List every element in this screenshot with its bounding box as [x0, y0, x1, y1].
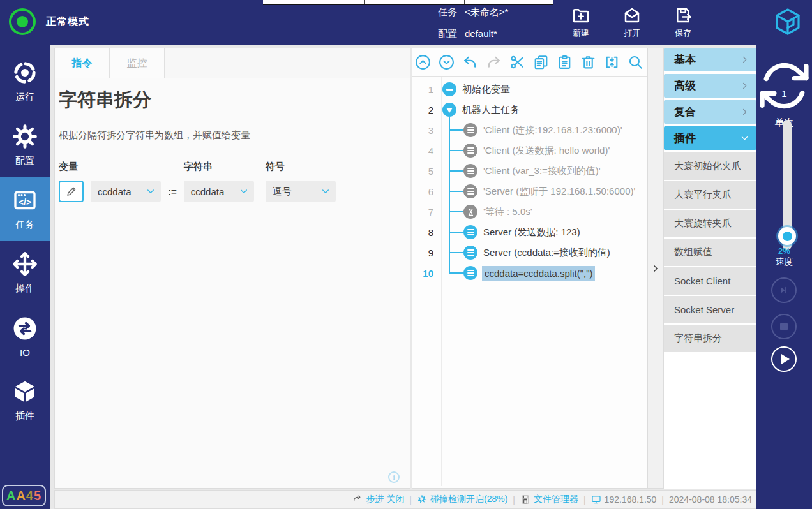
sidebar-item-label: 任务	[15, 219, 34, 231]
string-select[interactable]: ccddata	[184, 181, 254, 202]
node-command-icon[interactable]	[463, 246, 477, 260]
palette-category-compound[interactable]: 复合	[664, 100, 756, 124]
tree-row-text: 'Client (连接:192.168.1.23:6000)'	[483, 124, 622, 136]
play-button[interactable]	[771, 346, 797, 372]
program-tree: 1初始化变量2机器人主任务3'Client (连接:192.168.1.23:6…	[412, 77, 647, 486]
tree-row-6[interactable]: 6'Server (监听于 192.168.1.50:6000)'	[412, 181, 647, 202]
node-command-icon[interactable]	[463, 266, 477, 280]
palette-item-4[interactable]: Socket Client	[664, 267, 756, 295]
symbol-field-label: 符号	[266, 161, 336, 173]
paste-button[interactable]	[556, 54, 573, 71]
expand-panel-handle[interactable]	[647, 48, 664, 489]
mode-indicator: 正常模式	[9, 8, 89, 35]
palette-item-0[interactable]: 大寰初始化夹爪	[664, 152, 756, 180]
undo-button[interactable]	[462, 54, 479, 71]
node-command-icon[interactable]	[463, 144, 477, 158]
node-command-icon[interactable]	[463, 123, 477, 137]
tree-row-8[interactable]: 8Server (发送数据: 123)	[412, 222, 647, 242]
collapse-node-button[interactable]	[603, 54, 620, 71]
topbar-actions: 新建打开保存	[562, 6, 702, 39]
hourglass-icon	[467, 208, 475, 216]
palette-category-basic[interactable]: 基本	[664, 48, 756, 71]
sidebar-item-plugin[interactable]: 插件	[0, 369, 50, 432]
tree-row-text: 初始化变量	[462, 84, 510, 96]
tree-row-2[interactable]: 2机器人主任务	[412, 100, 647, 120]
tree-row-1[interactable]: 1初始化变量	[412, 79, 647, 100]
sidebar-item-operate[interactable]: 操作	[0, 241, 50, 305]
tree-row-5[interactable]: 5'Client (var_3:=接收到的值)'	[412, 161, 647, 181]
tree-row-9[interactable]: 9Server (ccddata:=接收到的值)	[412, 242, 647, 263]
tree-row-7[interactable]: 7'等待 : 5.0s'	[412, 202, 647, 222]
line-number: 2	[412, 105, 441, 115]
save-button[interactable]: 保存	[664, 6, 702, 39]
mode-status-icon	[9, 8, 36, 35]
palette-category-label: 高级	[674, 78, 696, 93]
variable-select[interactable]: ccddata	[91, 181, 161, 202]
tab-instruction[interactable]: 指令	[55, 48, 110, 78]
cut-button[interactable]	[509, 54, 526, 71]
node-command-icon[interactable]	[463, 184, 477, 198]
palette-item-5[interactable]: Socket Server	[664, 296, 756, 323]
panel-tabs: 指令监控	[55, 48, 410, 78]
sidebar-item-io[interactable]: IO	[0, 305, 50, 369]
file-manager-button[interactable]: 文件管理器	[520, 494, 578, 505]
open-button-label: 打开	[624, 27, 640, 39]
palette-item-1[interactable]: 大寰平行夹爪	[664, 181, 756, 209]
tree-row-text: Server (发送数据: 123)	[483, 226, 580, 239]
cube-icon	[12, 379, 38, 404]
open-button[interactable]: 打开	[613, 6, 651, 39]
tree-row-3[interactable]: 3'Client (连接:192.168.1.23:6000)'	[412, 120, 647, 140]
tree-row-4[interactable]: 4'Client (发送数据: hello world)'	[412, 140, 647, 161]
node-expand-icon[interactable]	[442, 103, 456, 117]
command-palette: 基本高级复合插件大寰初始化夹爪大寰平行夹爪大寰旋转夹爪数组赋值Socket Cl…	[664, 48, 756, 489]
datetime: 2024-08-08 18:05:34	[669, 494, 752, 505]
delete-button[interactable]	[580, 54, 597, 71]
string-field-label: 字符串	[184, 161, 254, 173]
info-icon[interactable]: i	[388, 471, 400, 483]
palette-item-3[interactable]: 数组赋值	[664, 239, 756, 266]
node-command-icon[interactable]	[463, 164, 477, 178]
palette-category-plugin[interactable]: 插件	[664, 126, 756, 150]
palette-category-advanced[interactable]: 高级	[664, 74, 756, 98]
stop-button[interactable]	[771, 314, 797, 339]
palette-category-label: 复合	[674, 105, 696, 119]
tree-row-10[interactable]: 10ccddata=ccddata.split(",")	[412, 263, 647, 283]
collapse-all-button[interactable]	[414, 54, 432, 71]
new-button[interactable]: 新建	[562, 6, 600, 39]
sidebar-item-config[interactable]: 配置	[0, 114, 50, 177]
tree-connector	[449, 252, 464, 253]
palette-item-2[interactable]: 大寰旋转夹爪	[664, 210, 756, 237]
badge-letter: A	[16, 489, 26, 503]
loop-mode[interactable]: 1 单次	[756, 58, 812, 129]
copy-button[interactable]	[532, 54, 550, 71]
palette-category-label: 插件	[674, 131, 696, 145]
sidebar-item-task[interactable]: </>任务	[0, 177, 50, 241]
speed-slider-thumb[interactable]	[778, 227, 796, 245]
save-button-label: 保存	[675, 27, 691, 39]
palette-category-label: 基本	[674, 52, 696, 67]
node-wait-icon[interactable]	[463, 205, 477, 219]
palette-item-6[interactable]: 字符串拆分	[664, 325, 756, 352]
symbol-select[interactable]: 逗号	[266, 181, 336, 202]
line-number: 3	[412, 125, 441, 136]
ip-address-label: 192.168.1.50	[605, 494, 657, 505]
symbol-field-group: 符号 逗号	[266, 161, 336, 202]
sidebar-items: 运行配置</>任务操作IO插件	[0, 50, 50, 432]
expand-all-button[interactable]	[438, 54, 455, 71]
app-window: 正常模式 任务 <未命名>* 配置 default* 新建打开保存 运行配置</…	[0, 0, 812, 509]
edit-variable-button[interactable]	[59, 181, 84, 202]
collision-detection-status[interactable]: 碰撞检测开启(28%)	[417, 494, 508, 505]
step-mode-toggle[interactable]: 步进 关闭	[352, 494, 404, 505]
sidebar-item-run[interactable]: 运行	[0, 50, 50, 114]
sidebar-item-label: 插件	[15, 410, 34, 422]
tree-connector	[449, 170, 464, 172]
search-button[interactable]	[627, 54, 644, 71]
node-command-icon[interactable]	[463, 225, 477, 239]
chevron-right-icon	[740, 107, 749, 117]
robot-id-badge[interactable]: AA45	[2, 485, 46, 506]
sidebar-item-label: 运行	[15, 91, 34, 103]
step-next-button[interactable]	[771, 277, 797, 303]
node-collapse-icon[interactable]	[442, 82, 456, 96]
tree-connector	[449, 272, 464, 274]
tab-monitor[interactable]: 监控	[110, 48, 165, 78]
